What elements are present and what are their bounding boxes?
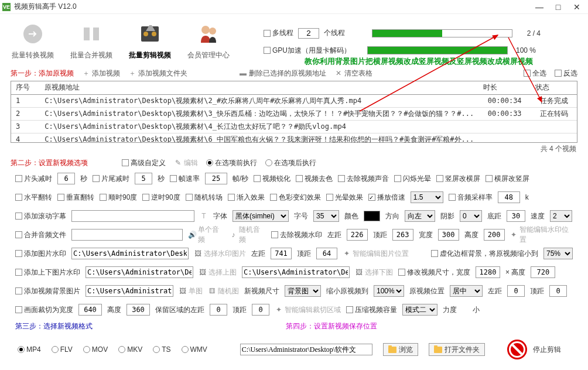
v2h-checkbox[interactable]: 竖屏改横屏 — [436, 174, 480, 184]
shrink-select[interactable]: 100% — [374, 285, 404, 297]
browse-button[interactable]: 浏览 — [383, 343, 418, 356]
smart-wm-button[interactable]: ✦智能编辑水印位置 — [510, 225, 573, 245]
table-row[interactable]: 2C:\Users\Administrator\Desktop\视频素材\3_快… — [11, 107, 577, 120]
single-audio-button[interactable]: 🔊单个音频 — [188, 225, 224, 245]
decolor-checkbox[interactable]: 视频去色 — [296, 174, 333, 184]
smart-crop-button[interactable]: ✦智能编辑裁切区域 — [275, 305, 341, 315]
smart-img-button[interactable]: ✦智能编辑图片位置 — [343, 249, 409, 259]
maximize-button[interactable]: □ — [554, 3, 562, 11]
batch-edit-button[interactable]: 批量剪辑视频 — [129, 20, 171, 60]
fps-input[interactable] — [205, 173, 227, 184]
select-wm-button[interactable]: 🖼选择水印图片 — [194, 249, 246, 259]
wm-left-input[interactable] — [347, 229, 368, 241]
font-select[interactable]: 黑体(simhei) — [233, 210, 289, 222]
exec-after-radio[interactable]: 在选项后执行 — [265, 158, 316, 168]
edit-button[interactable]: ✎编辑 — [174, 158, 198, 168]
color-picker[interactable] — [364, 211, 380, 221]
bg-left-input[interactable] — [507, 285, 525, 297]
tail-cut-checkbox[interactable]: 片尾减时 — [93, 174, 129, 184]
remove-wm-checkbox[interactable]: 去除视频水印 — [271, 230, 322, 240]
select-bottom-button[interactable]: 🖼选择下图 — [355, 268, 393, 278]
format-radio-mp4[interactable]: MP4 — [18, 345, 41, 354]
ccw90-checkbox[interactable]: 逆时90度 — [142, 193, 180, 203]
scrolltext-input[interactable] — [71, 210, 194, 222]
table-row[interactable]: 4C:\Users\Administrator\Desktop\视频素材\6_中… — [11, 133, 577, 143]
hflip-checkbox[interactable]: 水平翻转 — [15, 193, 52, 203]
origpos-select[interactable]: 居中 — [450, 285, 483, 297]
gpu-checkbox[interactable]: GPU加速（用显卡解码） — [264, 46, 351, 56]
multithread-checkbox[interactable]: 多线程 — [264, 28, 293, 38]
keep-left-input[interactable] — [210, 304, 227, 316]
minimize-button[interactable]: — — [535, 3, 543, 11]
virtual-select[interactable]: 75% — [543, 248, 573, 259]
cw90-checkbox[interactable]: 顺时90度 — [100, 193, 137, 203]
crop-checkbox[interactable]: 画面裁切为宽度 — [15, 305, 73, 315]
shadow-select[interactable]: 0 — [460, 210, 482, 222]
close-button[interactable]: ✕ — [573, 3, 581, 11]
head-cut-checkbox[interactable]: 片头减时 — [15, 174, 52, 184]
virtual-border-checkbox[interactable]: 虚化边框背景，将原视频缩小到 — [431, 249, 538, 259]
textspeed-select[interactable]: 2 — [550, 210, 572, 222]
fontsize-select[interactable]: 35 — [313, 210, 339, 222]
wm-top-input[interactable] — [392, 229, 413, 241]
fps-checkbox[interactable]: 帧速率 — [170, 174, 200, 184]
add-video-button[interactable]: ＋添加视频 — [82, 68, 120, 78]
format-radio-flv[interactable]: FLV — [52, 345, 73, 354]
clear-table-button[interactable]: ✕清空表格 — [334, 68, 372, 78]
batch-convert-button[interactable]: 批量转换视频 — [12, 20, 54, 60]
crop-w-input[interactable] — [78, 304, 102, 316]
img-wm-checkbox[interactable]: 添加图片水印 — [15, 249, 66, 259]
exec-before-radio[interactable]: 在选项前执行 — [206, 158, 257, 168]
resize-checkbox[interactable]: 修改视频尺寸，宽度 — [398, 268, 470, 278]
colorshift-checkbox[interactable]: 色彩变幻效果 — [270, 193, 321, 203]
halo-checkbox[interactable]: 光晕效果 — [326, 193, 363, 203]
direction-select[interactable]: 向左 — [405, 210, 435, 222]
thread-count-input[interactable] — [298, 28, 319, 39]
save-path-input[interactable] — [240, 344, 372, 355]
merge-audio-checkbox[interactable]: 合并音频文件 — [15, 230, 66, 240]
delete-selected-button[interactable]: ▬删除已选择的原视频地址 — [239, 68, 326, 78]
bg-checkbox[interactable]: 添加视频背景图片 — [15, 286, 80, 296]
bottom-input[interactable] — [507, 210, 525, 222]
h2v-checkbox[interactable]: 横屏改竖屏 — [486, 174, 529, 184]
format-radio-mov[interactable]: MOV — [83, 345, 108, 354]
samplerate-checkbox[interactable]: 音频采样率 — [449, 193, 493, 203]
fadein-checkbox[interactable]: 渐入效果 — [228, 193, 265, 203]
format-radio-mkv[interactable]: MKV — [118, 345, 142, 354]
newsize-select[interactable]: 背景图 — [285, 285, 321, 297]
format-radio-wmv[interactable]: WMV — [182, 345, 207, 354]
select-top-button[interactable]: 🖼选择上图 — [199, 268, 237, 278]
table-row[interactable]: 1C:\Users\Administrator\Desktop\视频素材\2_#… — [11, 94, 577, 107]
batch-merge-button[interactable]: 批量合并视频 — [70, 20, 112, 60]
img-wm-path[interactable] — [71, 248, 189, 259]
scrolltext-checkbox[interactable]: 添加滚动字幕 — [15, 211, 66, 221]
resize-h-input[interactable] — [531, 266, 555, 278]
remove-audio-checkbox[interactable]: 去除视频声音 — [338, 174, 389, 184]
head-cut-input[interactable] — [57, 173, 75, 184]
vflip-checkbox[interactable]: 垂直翻转 — [57, 193, 94, 203]
speed-checkbox[interactable]: 播放倍速 — [368, 193, 405, 203]
speed-select[interactable]: 1.5 — [411, 191, 443, 203]
compress-select[interactable]: 模式二 — [402, 304, 437, 316]
table-row[interactable]: 3C:\Users\Administrator\Desktop\视频素材\4_长… — [11, 120, 577, 133]
sharpen-checkbox[interactable]: 视频锐化 — [254, 174, 290, 184]
compress-checkbox[interactable]: 压缩视频容量 — [346, 305, 397, 315]
format-radio-ts[interactable]: TS — [153, 345, 170, 354]
bg-top-input[interactable] — [549, 285, 567, 297]
advanced-checkbox[interactable]: 高级自定义 — [122, 158, 166, 168]
invert-selection-checkbox[interactable]: 反选 — [555, 68, 577, 78]
wm-height-input[interactable] — [484, 229, 505, 241]
tb-wm-checkbox[interactable]: 添加上下图片水印 — [15, 268, 80, 278]
img-top-input[interactable] — [316, 248, 337, 259]
samplerate-input[interactable] — [498, 191, 520, 203]
random-audio-button[interactable]: ♪随机音频 — [230, 225, 266, 245]
crop-h-input[interactable] — [127, 304, 150, 316]
add-folder-button[interactable]: ＋添加视频文件夹 — [128, 68, 187, 78]
select-all-checkbox[interactable]: 全选 — [524, 68, 546, 78]
video-table[interactable]: 序号 原视频地址 时长 状态 1C:\Users\Administrator\D… — [11, 81, 577, 143]
single-img-button[interactable]: 🖼单图 — [179, 286, 203, 296]
wm-width-input[interactable] — [438, 229, 459, 241]
keep-top-input[interactable] — [252, 304, 269, 316]
flash-checkbox[interactable]: 闪烁光晕 — [394, 174, 431, 184]
resize-w-input[interactable] — [476, 266, 500, 278]
